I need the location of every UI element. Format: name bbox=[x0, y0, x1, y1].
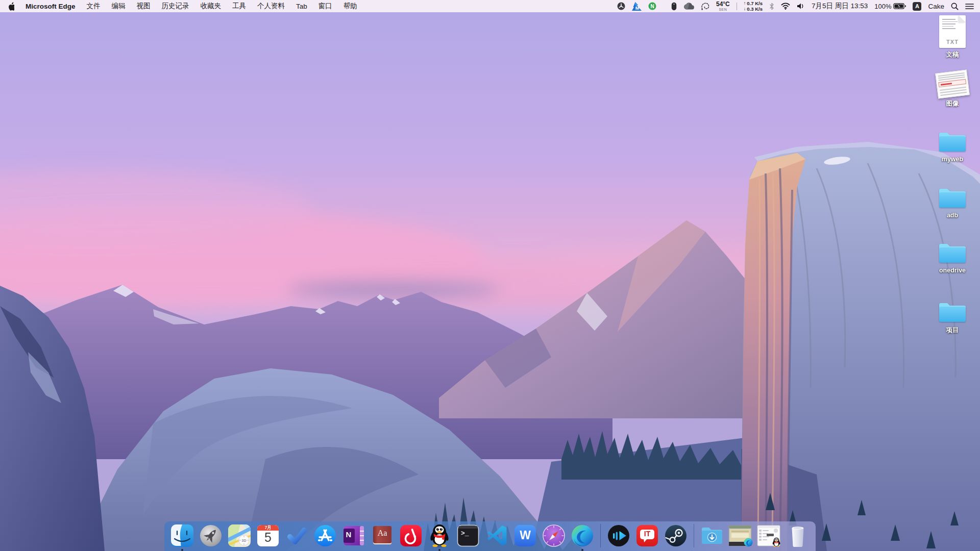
dock-app-store[interactable] bbox=[312, 523, 338, 548]
dock-safari[interactable] bbox=[541, 523, 567, 548]
dock-steam[interactable] bbox=[663, 523, 689, 548]
datetime-status[interactable]: 7月5日 周日 13:53 bbox=[812, 2, 868, 11]
svg-text:N: N bbox=[650, 4, 654, 9]
txt-file-icon: TXT bbox=[939, 15, 966, 48]
dictionary-icon bbox=[370, 523, 395, 548]
green-n-icon[interactable]: N bbox=[648, 1, 656, 11]
image-file-icon bbox=[935, 69, 970, 98]
dock-onenote[interactable]: N bbox=[341, 523, 366, 548]
menu-favorites[interactable]: 收藏夹 bbox=[201, 2, 222, 11]
minimized-qq-thumbnail bbox=[756, 524, 782, 547]
dock-calendar[interactable]: 7月 5 bbox=[255, 523, 281, 548]
dock-separator bbox=[694, 524, 694, 547]
mounty-icon[interactable]: M bbox=[632, 1, 642, 11]
dock-microsoft-todo[interactable] bbox=[284, 523, 309, 548]
trash-icon bbox=[786, 523, 810, 548]
menu-bar: Microsoft Edge 文件 编辑 视图 历史记录 收藏夹 工具 个人资料… bbox=[0, 0, 980, 12]
dock-trash[interactable] bbox=[785, 523, 811, 548]
dock-ithome[interactable]: IT bbox=[634, 523, 660, 548]
dock-wps[interactable]: W bbox=[512, 523, 538, 548]
launchpad-icon bbox=[199, 523, 223, 548]
menu-view[interactable]: 视图 bbox=[137, 2, 151, 11]
menu-edit[interactable]: 编辑 bbox=[112, 2, 126, 11]
vscode-icon bbox=[484, 523, 509, 548]
magic-mouse-icon[interactable] bbox=[671, 1, 677, 11]
downloads-folder-icon bbox=[700, 523, 724, 548]
network-speed-status[interactable]: ↑0.7 K/s ↓0.3 K/s bbox=[744, 1, 763, 12]
desktop-icon-onedrive[interactable]: onedrive bbox=[926, 241, 979, 274]
input-method-badge[interactable]: A bbox=[913, 2, 921, 11]
dock-downloads-folder[interactable] bbox=[699, 523, 725, 548]
desktop-icon-document[interactable]: TXT 文稿 bbox=[926, 15, 979, 59]
desktop-icon-label: myweb bbox=[942, 156, 963, 163]
dock-dictionary[interactable]: Aa bbox=[370, 523, 395, 548]
dock-separator bbox=[600, 524, 601, 547]
desktop-icon-adb[interactable]: adb bbox=[926, 186, 979, 219]
wallpaper-yosemite bbox=[0, 0, 980, 551]
desktop-icon-label: 图像 bbox=[946, 99, 959, 108]
wps-icon bbox=[513, 523, 537, 548]
folder-icon bbox=[938, 186, 967, 209]
ithome-icon bbox=[635, 523, 659, 548]
dock-microsoft-edge[interactable] bbox=[570, 523, 595, 548]
desktop-screen: Microsoft Edge 文件 编辑 视图 历史记录 收藏夹 工具 个人资料… bbox=[0, 0, 980, 551]
desktop-icon-project[interactable]: 项目 bbox=[926, 300, 979, 335]
onedrive-cloud-icon[interactable] bbox=[683, 1, 694, 11]
svg-text:M: M bbox=[635, 6, 640, 11]
menu-window[interactable]: 窗口 bbox=[318, 2, 332, 11]
dock-iina[interactable] bbox=[606, 523, 631, 548]
volume-icon[interactable] bbox=[797, 1, 805, 11]
steam-icon bbox=[664, 523, 688, 548]
upload-arrow-icon: ↑ bbox=[744, 1, 746, 6]
safari-compass-icon bbox=[542, 523, 566, 548]
menu-profiles[interactable]: 个人资料 bbox=[257, 2, 285, 11]
maps-icon bbox=[227, 523, 252, 548]
fast-user-switch[interactable]: Cake bbox=[928, 3, 944, 10]
desktop-icon-label: onedrive bbox=[939, 267, 966, 274]
temperature-status[interactable]: 54°C SEN bbox=[716, 1, 730, 11]
dock-qq[interactable] bbox=[427, 523, 452, 548]
app-store-icon bbox=[313, 523, 337, 548]
running-indicator bbox=[438, 549, 440, 551]
status-divider bbox=[737, 3, 737, 10]
menu-help[interactable]: 帮助 bbox=[344, 2, 357, 11]
finder-icon bbox=[170, 523, 194, 548]
folder-icon bbox=[938, 130, 967, 153]
bluetooth-icon[interactable] bbox=[769, 1, 774, 11]
active-app-name[interactable]: Microsoft Edge bbox=[26, 3, 76, 10]
menu-tools[interactable]: 工具 bbox=[232, 2, 246, 11]
todo-check-icon bbox=[284, 523, 309, 548]
dock-minimized-window-qq[interactable] bbox=[756, 523, 782, 548]
menu-history[interactable]: 历史记录 bbox=[162, 2, 189, 11]
fan-menu-icon[interactable] bbox=[617, 1, 625, 11]
onenote-icon bbox=[341, 523, 366, 548]
desktop-icon-label: 项目 bbox=[946, 326, 959, 335]
menu-tab[interactable]: Tab bbox=[296, 3, 307, 10]
dock-netease-music[interactable] bbox=[398, 523, 424, 548]
sensor-spiral-icon[interactable] bbox=[701, 1, 709, 11]
folder-icon bbox=[938, 300, 967, 323]
battery-status[interactable]: 100% bbox=[874, 3, 906, 10]
desktop-icon-myweb[interactable]: myweb bbox=[926, 130, 979, 163]
dock-finder[interactable] bbox=[169, 523, 195, 548]
desktop-icon-image[interactable]: 图像 bbox=[926, 71, 979, 108]
iina-icon bbox=[606, 523, 631, 548]
menu-file[interactable]: 文件 bbox=[87, 2, 101, 11]
download-arrow-icon: ↓ bbox=[744, 7, 746, 11]
wifi-icon[interactable] bbox=[781, 1, 790, 11]
running-indicator bbox=[581, 549, 583, 551]
desktop-icon-label: 文稿 bbox=[946, 51, 959, 59]
running-indicator bbox=[181, 549, 183, 551]
search-icon[interactable] bbox=[951, 1, 959, 11]
dock-minimized-window-browser[interactable] bbox=[728, 523, 753, 548]
folder-icon bbox=[938, 241, 967, 264]
apple-menu-icon[interactable] bbox=[7, 1, 14, 11]
list-menu-icon[interactable] bbox=[965, 1, 974, 11]
dock-launchpad[interactable] bbox=[198, 523, 224, 548]
battery-charging-icon bbox=[893, 3, 906, 9]
dock-maps[interactable]: 3D bbox=[227, 523, 252, 548]
dock-vscode[interactable] bbox=[484, 523, 509, 548]
calendar-icon bbox=[256, 523, 280, 548]
dock-terminal[interactable]: >_ bbox=[455, 523, 481, 548]
minimized-browser-thumbnail bbox=[728, 524, 753, 547]
